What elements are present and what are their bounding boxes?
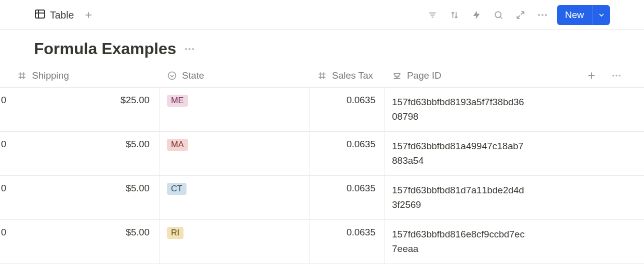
cell-shipping[interactable]: 0$5.00 (0, 132, 160, 175)
cell-empty (535, 88, 644, 131)
state-tag: CT (167, 183, 186, 195)
col-label: Page ID (407, 70, 442, 81)
svg-point-28 (616, 75, 618, 77)
cell-empty (535, 176, 644, 219)
cell-shipping[interactable]: 0$25.00 (0, 88, 160, 131)
search-icon[interactable] (491, 8, 506, 23)
state-tag: MA (167, 139, 188, 151)
cell-salestax[interactable]: 0.0635 (310, 88, 385, 131)
svg-point-29 (619, 75, 621, 77)
add-column-button[interactable] (584, 68, 599, 83)
col-label: Sales Tax (332, 70, 373, 81)
new-button[interactable]: New (557, 5, 610, 25)
svg-rect-0 (36, 10, 44, 18)
svg-point-14 (188, 48, 190, 50)
column-more-icon[interactable] (609, 68, 624, 83)
shipping-value: $5.00 (126, 139, 150, 168)
expand-icon[interactable] (513, 8, 528, 23)
svg-point-13 (185, 48, 187, 50)
cell-pageid[interactable]: 157fd63bbfbd816e8cf9ccbd7ec7eeaa (385, 220, 535, 263)
col-header-salestax[interactable]: Sales Tax (310, 64, 385, 87)
col-label: Shipping (32, 70, 69, 81)
page-title[interactable]: Formula Examples (34, 40, 176, 58)
new-button-main[interactable]: New (557, 5, 592, 25)
cell-salestax[interactable]: 0.0635 (310, 176, 385, 219)
new-button-dropdown[interactable] (592, 5, 610, 25)
cell-pageid[interactable]: 157fd63bbfbd81d7a11bde2d4d3f2569 (385, 176, 535, 219)
col-header-state[interactable]: State (160, 64, 310, 87)
svg-point-27 (612, 75, 614, 77)
leading-fragment: 0 (1, 139, 6, 168)
cell-empty (535, 220, 644, 263)
svg-point-8 (495, 12, 501, 18)
svg-point-12 (545, 14, 547, 16)
cell-empty (535, 132, 644, 175)
filter-icon[interactable] (425, 8, 440, 23)
col-label: State (182, 70, 204, 81)
cell-state[interactable]: ME (160, 88, 310, 131)
leading-fragment: 0 (1, 183, 6, 212)
col-header-pageid[interactable]: Page ID (385, 64, 535, 87)
automations-icon[interactable] (469, 8, 484, 23)
cell-pageid[interactable]: 157fd63bbfbd8193a5f7f38bd3608798 (385, 88, 535, 131)
table-icon (34, 8, 46, 22)
state-tag: ME (167, 95, 188, 107)
shipping-value: $5.00 (126, 183, 150, 212)
cell-pageid[interactable]: 157fd63bbfbd81a49947c18ab7883a54 (385, 132, 535, 175)
state-tag: RI (167, 227, 184, 239)
table-row[interactable]: 0$5.00CT0.0635157fd63bbfbd81d7a11bde2d4d… (0, 176, 644, 220)
more-icon[interactable] (535, 8, 550, 23)
cell-shipping[interactable]: 0$5.00 (0, 220, 160, 263)
title-more-icon[interactable] (184, 43, 196, 55)
view-tab-table[interactable]: Table (34, 8, 74, 22)
sort-icon[interactable] (447, 8, 462, 23)
table-row[interactable]: 0$25.00ME0.0635157fd63bbfbd8193a5f7f38bd… (0, 88, 644, 132)
svg-line-9 (500, 17, 502, 19)
svg-point-20 (168, 72, 176, 80)
cell-salestax[interactable]: 0.0635 (310, 220, 385, 263)
cell-state[interactable]: MA (160, 132, 310, 175)
table-row[interactable]: 0$5.00MA0.0635157fd63bbfbd81a49947c18ab7… (0, 132, 644, 176)
svg-point-11 (542, 14, 544, 16)
leading-fragment: 0 (1, 227, 6, 256)
view-tab-label: Table (50, 10, 74, 21)
col-header-shipping[interactable]: Shipping (0, 64, 160, 87)
svg-point-10 (538, 14, 540, 16)
cell-state[interactable]: RI (160, 220, 310, 263)
shipping-value: $25.00 (120, 95, 150, 124)
svg-point-15 (192, 48, 194, 50)
table-row[interactable]: 0$5.00RI0.0635157fd63bbfbd816e8cf9ccbd7e… (0, 220, 644, 264)
add-view-button[interactable] (81, 8, 96, 23)
shipping-value: $5.00 (126, 227, 150, 256)
table-header: Shipping State Sales Tax Page ID (0, 64, 644, 88)
new-button-label: New (565, 10, 584, 21)
leading-fragment: 0 (1, 95, 6, 124)
cell-shipping[interactable]: 0$5.00 (0, 176, 160, 219)
cell-state[interactable]: CT (160, 176, 310, 219)
cell-salestax[interactable]: 0.0635 (310, 132, 385, 175)
